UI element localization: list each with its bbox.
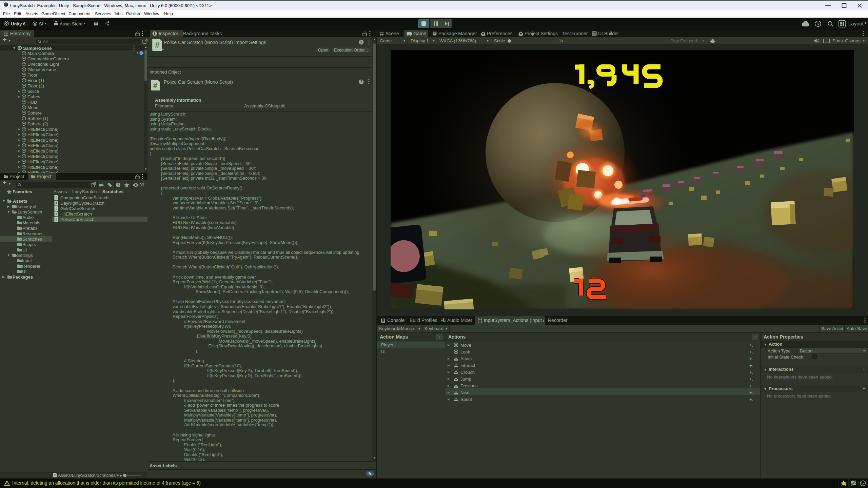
svg-text:?: ? <box>360 40 362 44</box>
svg-text:?: ? <box>360 80 362 84</box>
